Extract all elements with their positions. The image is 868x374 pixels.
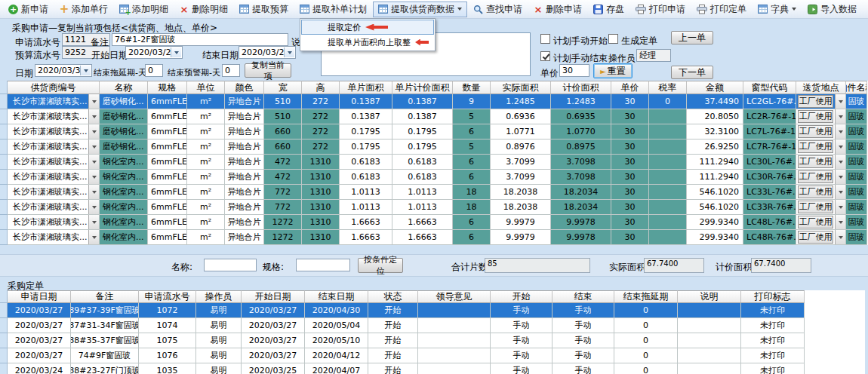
column-header[interactable]: 宽 [264, 81, 302, 94]
chevron-down-icon[interactable] [88, 155, 99, 169]
table-row[interactable]: 长沙市潇湘玻璃实...磨砂钢化...6mmFLE...m²异地合片6602720… [0, 139, 868, 155]
chevron-down-icon[interactable] [88, 94, 99, 109]
column-header[interactable]: 单片计价面积 [392, 81, 453, 94]
table-row[interactable]: 长沙市潇湘玻璃实...磨砂钢化...6mmFLE...m²异地合片5102720… [0, 109, 868, 124]
table-row[interactable]: 长沙市潇湘玻璃实...钢化室内...6mmFLE...m²异地合片7721310… [0, 185, 868, 200]
chevron-down-icon[interactable] [88, 170, 99, 184]
row-header[interactable] [0, 303, 8, 318]
table-row[interactable]: 2020/03/2787#31-34F窗固玻1074易明2020/03/2720… [0, 318, 865, 333]
column-header[interactable]: 单位 [187, 81, 225, 94]
chevron-down-icon[interactable] [88, 215, 99, 229]
toolbar-extract-supplement-plan-button[interactable]: 提取补单计划 [294, 2, 372, 17]
column-header[interactable]: 税率 [649, 81, 687, 94]
toolbar-delete-detail-button[interactable]: ×删除明细 [174, 2, 233, 17]
chevron-down-icon[interactable] [284, 48, 294, 57]
column-header[interactable]: 计价面积 [551, 81, 611, 94]
table-row[interactable]: 长沙市潇湘玻璃实...磨砂钢化...6mmFLE...m²异地合片6602720… [0, 124, 868, 139]
column-header[interactable]: 供货商编号 [8, 81, 100, 94]
chevron-down-icon[interactable] [835, 170, 845, 184]
toolbar-save-button[interactable]: 存盘 [588, 2, 629, 17]
toolbar-add-detail-button[interactable]: 添加明细 [114, 2, 174, 17]
delay-input[interactable]: 0 [145, 64, 163, 77]
row-header[interactable] [0, 170, 8, 185]
column-header[interactable]: 构件名称 [846, 81, 867, 94]
delivery-location-button[interactable]: 工厂使用 [798, 170, 833, 183]
chevron-down-icon[interactable] [835, 215, 845, 229]
chevron-down-icon[interactable] [835, 185, 845, 199]
row-header[interactable] [0, 318, 8, 333]
row-header[interactable] [0, 94, 8, 109]
row-header[interactable] [0, 124, 8, 139]
column-header[interactable]: 规格 [148, 81, 187, 94]
row-header[interactable] [0, 230, 8, 245]
row-header[interactable] [0, 155, 8, 170]
table-row[interactable]: 长沙市潇湘玻璃实...钢化室内...6mmFLE...m²异地合片1272131… [0, 215, 868, 230]
chevron-down-icon[interactable] [88, 109, 99, 124]
toolbar-dictionary-button[interactable]: 字典 [753, 2, 802, 17]
plan-manual-start-checkbox[interactable] [540, 34, 550, 44]
column-header[interactable]: 领导意见 [418, 290, 491, 303]
gen-order-checkbox[interactable] [608, 34, 618, 44]
reset-button[interactable]: ►重置 [593, 63, 633, 78]
prev-order-button[interactable]: 上一单 [671, 31, 713, 44]
column-header[interactable]: 结束拖延期 [614, 290, 678, 303]
operator-field[interactable]: 经理 [636, 49, 671, 62]
row-header[interactable] [0, 185, 8, 200]
chevron-down-icon[interactable] [80, 66, 91, 75]
column-header[interactable]: 名称 [100, 81, 148, 94]
toolbar-print-order-button[interactable]: 打印定单 [691, 2, 752, 17]
delivery-location-button[interactable]: 工厂使用 [798, 95, 833, 108]
row-header[interactable] [0, 363, 8, 374]
toolbar-add-row-button[interactable]: +添加单行 [54, 2, 113, 17]
toolbar-print-request-button[interactable]: 打印申请 [630, 2, 691, 17]
toolbar-new-request-button[interactable]: +新申请 [3, 2, 54, 17]
toolbar-import-data-button[interactable]: 导入数据 [802, 2, 862, 17]
row-header[interactable] [0, 348, 8, 363]
toolbar-extract-supplier-data-button[interactable]: 提取供货商数据 [373, 2, 467, 17]
table-row[interactable]: 2020/03/2774#9F窗固玻1076易明2020/03/272020/0… [0, 348, 865, 363]
chevron-down-icon[interactable] [88, 139, 99, 154]
row-header[interactable] [0, 109, 8, 124]
delivery-location-button[interactable]: 工厂使用 [798, 201, 833, 213]
chevron-down-icon[interactable] [835, 200, 845, 214]
column-header[interactable]: 备注 [71, 290, 139, 303]
delivery-location-button[interactable]: 工厂使用 [798, 140, 833, 153]
column-header[interactable]: 打印标志 [741, 290, 805, 303]
column-header[interactable]: 操作员 [196, 290, 242, 303]
date-combobox[interactable]: 2020/03/31 [35, 64, 92, 77]
column-header[interactable]: 颜色 [225, 81, 264, 94]
toolbar-extract-budget-button[interactable]: 提取预算 [234, 2, 294, 17]
delivery-location-button[interactable]: 工厂使用 [798, 185, 833, 198]
table-row[interactable]: 长沙市潇湘玻璃实...磨砂钢化...6mmFLE...m²异地合片5102720… [0, 94, 868, 109]
menu-item-extract-pricing[interactable]: 提取定价 [301, 20, 434, 35]
column-header[interactable]: 实际面积 [491, 81, 551, 94]
chevron-down-icon[interactable] [88, 185, 99, 199]
row-header[interactable] [0, 333, 8, 348]
delivery-location-button[interactable]: 工厂使用 [798, 110, 833, 123]
column-header[interactable]: 结束日期 [305, 290, 368, 303]
copy-current-button[interactable]: 复制当前项 [245, 63, 291, 78]
chevron-down-icon[interactable] [835, 155, 845, 169]
remark-input[interactable]: 76#1-2F窗固玻 [112, 33, 288, 46]
table-row[interactable]: 2020/03/2788#35-37F窗固玻1075易明2020/03/2720… [0, 333, 865, 348]
column-header[interactable]: 高 [302, 81, 340, 94]
unit-price-input[interactable]: 30 [559, 64, 589, 77]
delivery-location-button[interactable]: 工厂使用 [798, 125, 833, 138]
chevron-down-icon[interactable] [171, 48, 181, 57]
column-header[interactable]: 金额 [687, 81, 743, 94]
column-header[interactable]: 开始日期 [242, 290, 305, 303]
delivery-location-button[interactable]: 工厂使用 [798, 216, 833, 228]
column-header[interactable]: 窗型代码 [743, 81, 796, 94]
next-order-button[interactable]: 下一单 [671, 66, 713, 79]
row-header[interactable] [0, 215, 8, 230]
row-header[interactable] [0, 200, 8, 215]
column-header[interactable]: 数量 [453, 81, 491, 94]
chevron-down-icon[interactable] [88, 230, 99, 244]
toolbar-find-request-button[interactable]: 查找申请 [468, 2, 528, 17]
table-row[interactable]: 2020/03/2789#37-39F窗固玻1072易明2020/03/2720… [0, 303, 865, 318]
delivery-location-button[interactable]: 工厂使用 [798, 155, 833, 168]
table-row[interactable]: 长沙市潇湘玻璃实...钢化室内...6mmFLE...m²异地合片1272131… [0, 230, 868, 245]
end-date-combobox[interactable]: 2020/03/28 [239, 46, 296, 59]
filter-spec-input[interactable] [296, 259, 350, 271]
table-row[interactable]: 长沙市潇湘玻璃实...钢化室内...6mmFLE...m²异地合片7721310… [0, 200, 868, 215]
